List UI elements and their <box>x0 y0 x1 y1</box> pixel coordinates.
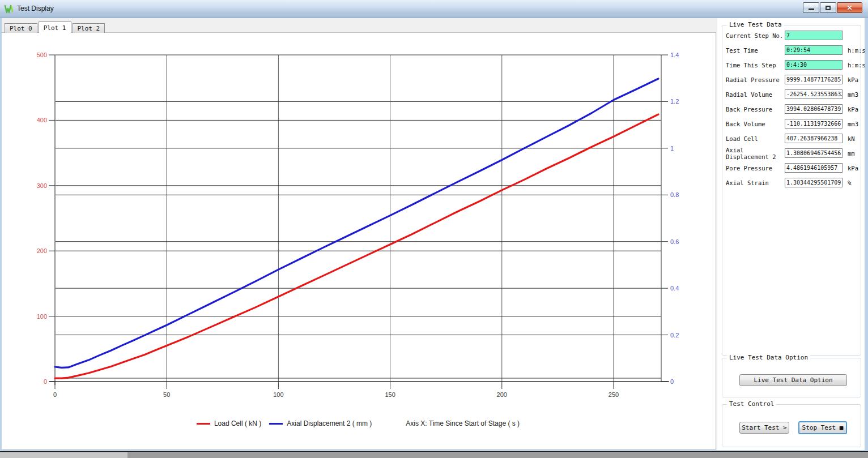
field-value[interactable]: 0:29:54 <box>785 45 843 55</box>
tab-plot-1[interactable]: Plot 1 <box>39 22 71 33</box>
legend-item-load-cell: Load Cell ( kN ) <box>197 420 261 427</box>
plot-1-page: 010020030040050000.20.40.60.811.21.40501… <box>2 32 716 450</box>
x-axis-note: Axis X: Time Since Start of Stage ( s ) <box>406 420 520 427</box>
tab-plot-0[interactable]: Plot 0 <box>5 23 37 33</box>
field-unit: h:m:s <box>848 47 866 54</box>
app-window: Test Display ✕ Plot 0 Plot 1 Plot 2 0100… <box>0 0 868 451</box>
close-button[interactable]: ✕ <box>837 2 862 13</box>
legend-label: Load Cell ( kN ) <box>214 420 261 427</box>
svg-text:0.4: 0.4 <box>670 285 679 292</box>
field-value[interactable]: 9999.14877176285 <box>785 75 843 84</box>
test-control-group: Test Control Start Test > Stop Test ■ <box>722 404 861 447</box>
client-area: Plot 0 Plot 1 Plot 2 010020030040050000.… <box>2 18 865 450</box>
field-row-axial-displacement-2: Axial Displacement 21.30806946754456mm <box>726 148 858 158</box>
field-label: Pore Pressure <box>726 165 785 172</box>
svg-text:300: 300 <box>37 182 47 189</box>
field-value[interactable]: 3994.02806478739 <box>785 104 843 114</box>
field-row-back-volume: Back Volume-110.11319732666mm3 <box>726 119 858 129</box>
live-test-data-option-group: Live Test Data Option Live Test Data Opt… <box>722 358 861 397</box>
field-value[interactable]: 0:4:30 <box>785 60 843 70</box>
svg-text:150: 150 <box>385 391 395 398</box>
field-unit: % <box>848 179 851 186</box>
field-unit: mm3 <box>848 91 858 98</box>
titlebar: Test Display ✕ <box>0 0 868 18</box>
field-unit: kPa <box>848 165 858 172</box>
tab-plot-2[interactable]: Plot 2 <box>73 23 105 33</box>
line-chart: 010020030040050000.20.40.60.811.21.40501… <box>2 33 715 449</box>
field-label: Load Cell <box>726 135 785 142</box>
field-label: Back Volume <box>726 121 785 127</box>
legend-label: Axial Displacement 2 ( mm ) <box>287 420 372 427</box>
minimize-icon <box>809 8 814 10</box>
field-row-radial-pressure: Radial Pressure9999.14877176285kPa <box>726 75 858 84</box>
live-test-data-option-button[interactable]: Live Test Data Option <box>739 374 847 386</box>
legend-swatch-blue <box>269 423 283 425</box>
plot-tabbar: Plot 0 Plot 1 Plot 2 <box>5 22 106 33</box>
legend-item-axial-displacement: Axial Displacement 2 ( mm ) <box>269 420 372 427</box>
field-row-time-this-step: Time This Step0:4:30h:m:s <box>726 60 858 70</box>
field-value[interactable]: 7 <box>785 31 843 40</box>
field-label: Test Time <box>726 47 785 54</box>
stop-test-button[interactable]: Stop Test ■ <box>798 421 847 434</box>
group-title: Live Test Data <box>727 21 784 28</box>
field-unit: mm <box>848 150 855 157</box>
right-panel: Live Test Data Current Step No.7Test Tim… <box>717 18 865 450</box>
desktop-strip <box>0 451 868 458</box>
svg-text:0.8: 0.8 <box>670 191 679 198</box>
field-value[interactable]: 1.30344295501709 <box>785 178 843 187</box>
field-row-back-pressure: Back Pressure3994.02806478739kPa <box>726 104 858 114</box>
field-value[interactable]: 1.30806946754456 <box>785 148 843 158</box>
group-title: Test Control <box>727 400 776 408</box>
series-load-cell <box>55 114 658 378</box>
live-test-data-group: Live Test Data Current Step No.7Test Tim… <box>722 25 861 356</box>
field-label: Axial Displacement 2 <box>726 147 785 160</box>
field-row-axial-strain: Axial Strain1.30344295501709% <box>726 178 858 187</box>
field-value[interactable]: 4.4861946105957 <box>785 163 843 173</box>
field-value[interactable]: -110.11319732666 <box>785 119 843 129</box>
field-row-load-cell: Load Cell407.26387966238kN <box>726 134 858 143</box>
svg-text:200: 200 <box>497 391 507 398</box>
series-axial-displacement <box>55 79 658 367</box>
svg-text:100: 100 <box>273 391 283 398</box>
svg-text:200: 200 <box>37 247 47 254</box>
legend-swatch-red <box>197 423 210 425</box>
field-label: Time This Step <box>726 62 785 69</box>
close-icon: ✕ <box>846 4 852 12</box>
svg-text:1.4: 1.4 <box>670 52 679 58</box>
app-icon <box>4 4 14 14</box>
desktop-strip-light <box>0 452 127 458</box>
field-unit: kPa <box>848 106 858 113</box>
field-label: Radial Pressure <box>726 76 785 83</box>
svg-text:50: 50 <box>163 391 170 398</box>
field-row-radial-volume: Radial Volume-26254.5235538632mm3 <box>726 89 858 99</box>
minimize-button[interactable] <box>803 2 819 13</box>
start-test-button[interactable]: Start Test > <box>739 422 789 434</box>
svg-text:1.2: 1.2 <box>670 98 679 105</box>
field-row-test-time: Test Time0:29:54h:m:s <box>726 45 858 55</box>
group-title: Live Test Data Option <box>727 354 810 361</box>
field-unit: kPa <box>848 76 858 83</box>
svg-text:0: 0 <box>670 378 674 385</box>
field-unit: h:m:s <box>848 62 866 69</box>
field-row-pore-pressure: Pore Pressure4.4861946105957kPa <box>726 163 858 173</box>
svg-text:0.6: 0.6 <box>670 238 679 245</box>
svg-text:0: 0 <box>44 378 47 385</box>
maximize-button[interactable] <box>820 2 836 13</box>
field-unit: kN <box>848 135 855 142</box>
field-row-current-step-no-: Current Step No.7 <box>726 31 858 40</box>
chart-legend: Load Cell ( kN ) Axial Displacement 2 ( … <box>55 420 661 427</box>
svg-text:1: 1 <box>670 145 674 152</box>
field-label: Back Pressure <box>726 106 785 113</box>
field-value[interactable]: 407.26387966238 <box>785 134 843 143</box>
field-unit: mm3 <box>848 121 858 127</box>
svg-text:0.2: 0.2 <box>670 332 679 339</box>
svg-text:0: 0 <box>53 391 57 398</box>
field-label: Axial Strain <box>726 179 785 186</box>
field-value[interactable]: -26254.5235538632 <box>785 89 843 99</box>
maximize-icon <box>826 6 831 10</box>
field-label: Radial Volume <box>726 91 785 98</box>
svg-text:100: 100 <box>37 313 47 320</box>
svg-text:250: 250 <box>609 391 619 398</box>
svg-text:400: 400 <box>37 117 47 123</box>
window-controls: ✕ <box>803 2 862 13</box>
